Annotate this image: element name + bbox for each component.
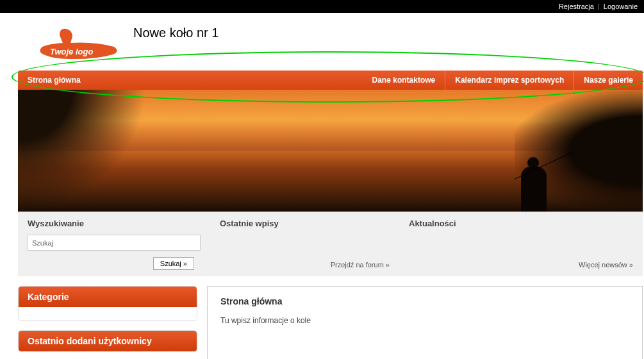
search-input[interactable]: [28, 235, 201, 251]
separator: |: [598, 3, 600, 10]
nav-gallery[interactable]: Nasze galerie: [574, 71, 643, 90]
search-title: Wyszukiwanie: [28, 219, 201, 228]
news-column: Aktualności Więcej newsów: [399, 212, 643, 276]
recent-posts-column: Ostatnie wpisy Przejdź na forum: [210, 212, 399, 276]
categories-header: Kategorie: [19, 287, 197, 307]
news-title: Aktualności: [409, 219, 633, 228]
logo[interactable]: Twoje logo: [37, 22, 120, 64]
site-title: Nowe koło nr 1: [133, 22, 219, 40]
more-news-link[interactable]: Więcej newsów: [579, 261, 633, 269]
search-column: Wyszukiwanie Szukaj »: [18, 212, 210, 276]
login-link[interactable]: Logowanie: [604, 3, 638, 10]
nav-calendar[interactable]: Kalendarz imprez sportowych: [445, 71, 574, 90]
hero-banner: [18, 90, 643, 212]
header: Twoje logo Nowe koło nr 1: [18, 13, 643, 71]
top-bar: Rejestracja | Logowanie: [0, 0, 644, 13]
logo-text: Twoje logo: [50, 47, 93, 56]
forum-link[interactable]: Przejdź na forum: [331, 261, 390, 269]
register-link[interactable]: Rejestracja: [559, 3, 594, 10]
recent-users-block: Ostatnio dodani użytkownicy: [18, 330, 197, 352]
recent-users-header: Ostatnio dodani użytkownicy: [19, 331, 197, 351]
recent-posts-title: Ostatnie wpisy: [220, 219, 390, 228]
search-button[interactable]: Szukaj »: [153, 257, 194, 270]
info-columns: Wyszukiwanie Szukaj » Ostatnie wpisy Prz…: [18, 212, 643, 276]
content-body: Tu wpisz informacje o kole: [220, 316, 629, 325]
main-content: Strona główna Tu wpisz informacje o kole: [207, 286, 643, 359]
main-nav: Strona główna Dane kontaktowe Kalendarz …: [18, 71, 643, 90]
nav-contact[interactable]: Dane kontaktowe: [363, 71, 446, 90]
categories-block: Kategorie: [18, 286, 197, 321]
nav-home[interactable]: Strona główna: [18, 71, 90, 90]
content-title: Strona główna: [220, 296, 629, 306]
sidebar: Kategorie Ostatnio dodani użytkownicy: [18, 286, 197, 359]
fish-logo-icon: [37, 22, 120, 64]
